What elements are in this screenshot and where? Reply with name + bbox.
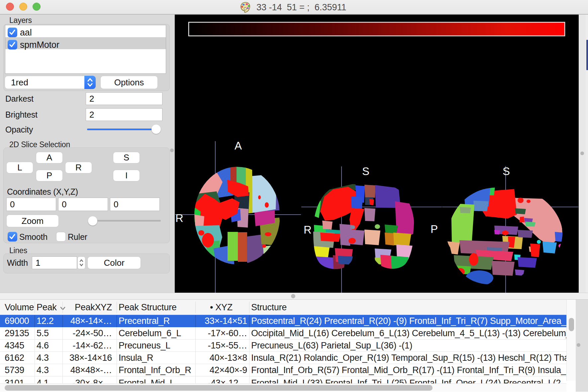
svg-text:P: P [431,223,438,235]
svg-text:R: R [304,224,312,236]
svg-text:A: A [235,140,242,152]
svg-text:S: S [503,165,510,177]
svg-text:R: R [175,212,183,224]
svg-text:S: S [362,165,369,177]
